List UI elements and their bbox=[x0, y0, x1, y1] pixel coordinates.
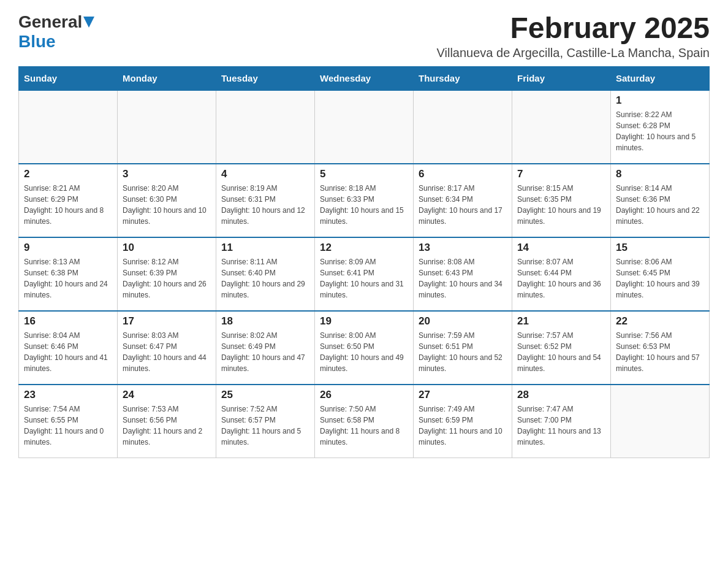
day-number: 12 bbox=[320, 242, 408, 254]
day-info: Sunrise: 7:52 AMSunset: 6:57 PMDaylight:… bbox=[221, 404, 309, 448]
day-number: 11 bbox=[221, 242, 309, 254]
day-number: 20 bbox=[419, 315, 507, 327]
day-info: Sunrise: 8:21 AMSunset: 6:29 PMDaylight:… bbox=[24, 183, 112, 227]
day-info: Sunrise: 8:20 AMSunset: 6:30 PMDaylight:… bbox=[123, 183, 211, 227]
header-tuesday: Tuesday bbox=[216, 66, 315, 90]
day-info: Sunrise: 8:19 AMSunset: 6:31 PMDaylight:… bbox=[221, 183, 309, 227]
day-info: Sunrise: 7:56 AMSunset: 6:53 PMDaylight:… bbox=[616, 330, 704, 374]
day-number: 7 bbox=[517, 168, 605, 180]
week-row-3: 16Sunrise: 8:04 AMSunset: 6:46 PMDayligh… bbox=[19, 311, 710, 385]
day-info: Sunrise: 8:13 AMSunset: 6:38 PMDaylight:… bbox=[24, 256, 112, 301]
day-number: 18 bbox=[221, 315, 309, 327]
calendar-cell bbox=[216, 90, 315, 164]
day-number: 2 bbox=[24, 168, 112, 180]
day-number: 8 bbox=[616, 168, 704, 180]
day-info: Sunrise: 8:18 AMSunset: 6:33 PMDaylight:… bbox=[320, 183, 408, 227]
calendar-cell bbox=[611, 385, 710, 458]
svg-marker-0 bbox=[83, 17, 94, 28]
calendar-cell bbox=[512, 90, 611, 164]
weekday-header-row: Sunday Monday Tuesday Wednesday Thursday… bbox=[19, 66, 710, 90]
calendar-cell: 6Sunrise: 8:17 AMSunset: 6:34 PMDaylight… bbox=[414, 164, 512, 237]
day-info: Sunrise: 8:15 AMSunset: 6:35 PMDaylight:… bbox=[517, 183, 605, 227]
day-info: Sunrise: 7:49 AMSunset: 6:59 PMDaylight:… bbox=[419, 404, 507, 448]
day-number: 26 bbox=[320, 389, 408, 401]
calendar-cell: 13Sunrise: 8:08 AMSunset: 6:43 PMDayligh… bbox=[414, 237, 512, 311]
day-info: Sunrise: 8:07 AMSunset: 6:44 PMDaylight:… bbox=[517, 256, 605, 301]
day-info: Sunrise: 8:14 AMSunset: 6:36 PMDaylight:… bbox=[616, 183, 704, 227]
calendar-cell: 16Sunrise: 8:04 AMSunset: 6:46 PMDayligh… bbox=[19, 311, 118, 385]
calendar-cell bbox=[414, 90, 512, 164]
day-info: Sunrise: 8:08 AMSunset: 6:43 PMDaylight:… bbox=[419, 256, 507, 301]
day-info: Sunrise: 7:53 AMSunset: 6:56 PMDaylight:… bbox=[123, 404, 211, 448]
day-number: 3 bbox=[123, 168, 211, 180]
calendar-cell: 25Sunrise: 7:52 AMSunset: 6:57 PMDayligh… bbox=[216, 385, 315, 458]
day-number: 22 bbox=[616, 315, 704, 327]
day-info: Sunrise: 7:47 AMSunset: 7:00 PMDaylight:… bbox=[517, 404, 605, 448]
calendar-cell: 27Sunrise: 7:49 AMSunset: 6:59 PMDayligh… bbox=[414, 385, 512, 458]
calendar-cell: 24Sunrise: 7:53 AMSunset: 6:56 PMDayligh… bbox=[118, 385, 216, 458]
logo-blue-text: Blue bbox=[18, 32, 56, 51]
calendar-cell: 21Sunrise: 7:57 AMSunset: 6:52 PMDayligh… bbox=[512, 311, 611, 385]
calendar-cell: 11Sunrise: 8:11 AMSunset: 6:40 PMDayligh… bbox=[216, 237, 315, 311]
calendar-cell: 14Sunrise: 8:07 AMSunset: 6:44 PMDayligh… bbox=[512, 237, 611, 311]
logo-triangle-icon bbox=[83, 17, 94, 30]
day-number: 13 bbox=[419, 242, 507, 254]
day-info: Sunrise: 8:12 AMSunset: 6:39 PMDaylight:… bbox=[123, 256, 211, 301]
calendar-cell: 8Sunrise: 8:14 AMSunset: 6:36 PMDaylight… bbox=[611, 164, 710, 237]
day-number: 23 bbox=[24, 389, 112, 401]
calendar-cell: 19Sunrise: 8:00 AMSunset: 6:50 PMDayligh… bbox=[315, 311, 414, 385]
calendar-cell bbox=[118, 90, 216, 164]
calendar-cell: 15Sunrise: 8:06 AMSunset: 6:45 PMDayligh… bbox=[611, 237, 710, 311]
calendar-cell: 18Sunrise: 8:02 AMSunset: 6:49 PMDayligh… bbox=[216, 311, 315, 385]
day-info: Sunrise: 8:00 AMSunset: 6:50 PMDaylight:… bbox=[320, 330, 408, 374]
day-number: 1 bbox=[616, 94, 704, 107]
day-number: 27 bbox=[419, 389, 507, 401]
day-info: Sunrise: 8:03 AMSunset: 6:47 PMDaylight:… bbox=[123, 330, 211, 374]
week-row-2: 9Sunrise: 8:13 AMSunset: 6:38 PMDaylight… bbox=[19, 237, 710, 311]
page-header: General Blue February 2025 Villanueva de… bbox=[18, 12, 710, 60]
day-info: Sunrise: 7:54 AMSunset: 6:55 PMDaylight:… bbox=[24, 404, 112, 448]
calendar-table: Sunday Monday Tuesday Wednesday Thursday… bbox=[18, 66, 710, 459]
header-wednesday: Wednesday bbox=[315, 66, 414, 90]
calendar-header: Sunday Monday Tuesday Wednesday Thursday… bbox=[19, 66, 710, 90]
calendar-body: 1Sunrise: 8:22 AMSunset: 6:28 PMDaylight… bbox=[19, 90, 710, 458]
calendar-cell: 20Sunrise: 7:59 AMSunset: 6:51 PMDayligh… bbox=[414, 311, 512, 385]
title-block: February 2025 Villanueva de Argecilla, C… bbox=[437, 12, 710, 60]
day-number: 19 bbox=[320, 315, 408, 327]
calendar-cell: 2Sunrise: 8:21 AMSunset: 6:29 PMDaylight… bbox=[19, 164, 118, 237]
calendar-cell: 9Sunrise: 8:13 AMSunset: 6:38 PMDaylight… bbox=[19, 237, 118, 311]
calendar-cell: 7Sunrise: 8:15 AMSunset: 6:35 PMDaylight… bbox=[512, 164, 611, 237]
header-monday: Monday bbox=[118, 66, 216, 90]
header-thursday: Thursday bbox=[414, 66, 512, 90]
day-info: Sunrise: 8:09 AMSunset: 6:41 PMDaylight:… bbox=[320, 256, 408, 301]
day-info: Sunrise: 8:11 AMSunset: 6:40 PMDaylight:… bbox=[221, 256, 309, 301]
page-subtitle: Villanueva de Argecilla, Castille-La Man… bbox=[437, 46, 710, 60]
calendar-cell: 28Sunrise: 7:47 AMSunset: 7:00 PMDayligh… bbox=[512, 385, 611, 458]
day-number: 14 bbox=[517, 242, 605, 254]
calendar-cell: 5Sunrise: 8:18 AMSunset: 6:33 PMDaylight… bbox=[315, 164, 414, 237]
day-number: 6 bbox=[419, 168, 507, 180]
day-info: Sunrise: 7:59 AMSunset: 6:51 PMDaylight:… bbox=[419, 330, 507, 374]
week-row-4: 23Sunrise: 7:54 AMSunset: 6:55 PMDayligh… bbox=[19, 385, 710, 458]
day-info: Sunrise: 7:50 AMSunset: 6:58 PMDaylight:… bbox=[320, 404, 408, 448]
day-number: 15 bbox=[616, 242, 704, 254]
header-friday: Friday bbox=[512, 66, 611, 90]
day-info: Sunrise: 8:06 AMSunset: 6:45 PMDaylight:… bbox=[616, 256, 704, 301]
week-row-1: 2Sunrise: 8:21 AMSunset: 6:29 PMDaylight… bbox=[19, 164, 710, 237]
page-title: February 2025 bbox=[437, 12, 710, 45]
calendar-cell: 4Sunrise: 8:19 AMSunset: 6:31 PMDaylight… bbox=[216, 164, 315, 237]
day-info: Sunrise: 8:22 AMSunset: 6:28 PMDaylight:… bbox=[616, 109, 704, 153]
day-info: Sunrise: 8:04 AMSunset: 6:46 PMDaylight:… bbox=[24, 330, 112, 374]
calendar-cell: 12Sunrise: 8:09 AMSunset: 6:41 PMDayligh… bbox=[315, 237, 414, 311]
day-number: 28 bbox=[517, 389, 605, 401]
day-number: 16 bbox=[24, 315, 112, 327]
calendar-cell bbox=[19, 90, 118, 164]
day-number: 5 bbox=[320, 168, 408, 180]
calendar-cell: 10Sunrise: 8:12 AMSunset: 6:39 PMDayligh… bbox=[118, 237, 216, 311]
calendar-cell: 1Sunrise: 8:22 AMSunset: 6:28 PMDaylight… bbox=[611, 90, 710, 164]
day-number: 25 bbox=[221, 389, 309, 401]
calendar-cell: 17Sunrise: 8:03 AMSunset: 6:47 PMDayligh… bbox=[118, 311, 216, 385]
day-number: 9 bbox=[24, 242, 112, 254]
header-saturday: Saturday bbox=[611, 66, 710, 90]
calendar-cell: 23Sunrise: 7:54 AMSunset: 6:55 PMDayligh… bbox=[19, 385, 118, 458]
